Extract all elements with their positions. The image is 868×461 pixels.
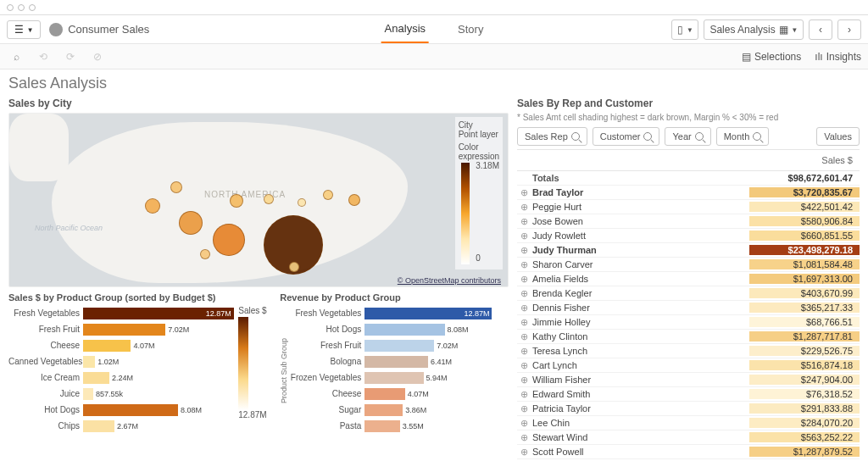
chart-sales-by-product-group[interactable]: Sales $ by Product Group (sorted by Budg…: [8, 292, 271, 435]
table-row[interactable]: ⊕Stewart Wind$563,252.22: [517, 430, 860, 445]
chart1-legend: Sales $ 12.87M: [236, 306, 271, 435]
table-row[interactable]: ⊕William Fisher$247,904.00: [517, 373, 860, 387]
chevron-down-icon: ▾: [792, 24, 798, 36]
bar-row[interactable]: Hot Dogs8.08M: [290, 322, 493, 336]
step-back-icon[interactable]: ⟲: [34, 47, 53, 66]
prev-sheet-button[interactable]: ‹: [809, 19, 832, 40]
bar-row[interactable]: Fresh Vegetables12.87M: [290, 306, 493, 320]
bar-row[interactable]: Cheese4.07M: [8, 338, 236, 353]
rep-name: Kathy Clinton: [531, 331, 749, 342]
table-row[interactable]: ⊕Sharon Carver$1,081,584.48: [517, 258, 860, 272]
sales-map[interactable]: North Pacific Ocean NORTH AMERICA City P…: [8, 113, 509, 287]
table-row[interactable]: ⊕Brad Taylor$3,720,835.67: [517, 186, 860, 200]
expand-icon[interactable]: ⊕: [517, 245, 531, 256]
table-row[interactable]: ⊕Brenda Kegler$403,670.99: [517, 286, 860, 301]
expand-icon[interactable]: ⊕: [517, 303, 531, 314]
rep-value: $76,318.52: [749, 389, 860, 399]
filter-customer[interactable]: Customer: [593, 127, 660, 146]
app-title-text: Consumer Sales: [68, 23, 149, 36]
expand-icon[interactable]: ⊕: [517, 418, 531, 429]
expand-icon[interactable]: ⊕: [517, 216, 531, 227]
table-row[interactable]: ⊕Judy Thurman$23,498,279.18: [517, 243, 860, 258]
bar-row[interactable]: Sugar3.86M: [290, 403, 493, 417]
selections-label: Selections: [754, 51, 801, 63]
expand-icon[interactable]: ⊕: [517, 288, 531, 299]
rep-value: $516,874.18: [749, 360, 860, 370]
filter-sales-rep[interactable]: Sales Rep: [517, 127, 587, 146]
bar-row[interactable]: Fresh Vegetables12.87M: [8, 306, 236, 320]
table-row[interactable]: ⊕Peggie Hurt$422,501.42: [517, 200, 860, 214]
expand-icon[interactable]: ⊕: [517, 447, 531, 458]
tab-analysis[interactable]: Analysis: [381, 15, 429, 43]
clear-selections-icon[interactable]: ⊘: [88, 47, 107, 66]
expand-icon[interactable]: ⊕: [517, 360, 531, 371]
rep-name: Peggie Hurt: [531, 202, 749, 212]
table-row[interactable]: ⊕Cart Lynch$516,874.18: [517, 358, 860, 373]
expand-icon[interactable]: ⊕: [517, 259, 531, 270]
traffic-light-close[interactable]: [7, 4, 14, 11]
filter-month[interactable]: Month: [716, 127, 770, 146]
expand-icon[interactable]: ⊕: [517, 403, 531, 414]
bar-row[interactable]: Juice857.55k: [8, 386, 236, 401]
bookmarks-button[interactable]: ▯▾: [671, 19, 698, 40]
rep-name: Teresa Lynch: [531, 346, 749, 356]
bar-row[interactable]: Bologna6.41M: [290, 354, 493, 369]
center-tabs: Analysis Story: [381, 15, 487, 44]
bar-row[interactable]: Ice Cream2.24M: [8, 370, 236, 385]
bar-row[interactable]: Chips2.67M: [8, 419, 236, 433]
table-row[interactable]: ⊕Jimmie Holley$68,766.51: [517, 315, 860, 330]
rep-table[interactable]: Sales $ Totals $98,672,601.47 ⊕Brad Tayl…: [517, 149, 860, 461]
expand-icon[interactable]: ⊕: [517, 375, 531, 386]
bar-row[interactable]: Hot Dogs8.08M: [8, 403, 236, 417]
tab-story[interactable]: Story: [454, 16, 487, 42]
traffic-light-min[interactable]: [18, 4, 25, 11]
bar-row[interactable]: Pasta3.55M: [290, 419, 493, 433]
rep-name: Cart Lynch: [531, 360, 749, 370]
filter-year[interactable]: Year: [665, 127, 710, 146]
table-row[interactable]: ⊕Dennis Fisher$365,217.33: [517, 301, 860, 315]
table-row[interactable]: ⊕Teresa Lynch$229,526.75: [517, 344, 860, 358]
insights-label: Insights: [826, 51, 861, 63]
smart-search-icon[interactable]: ⌕: [7, 47, 25, 66]
chart2-title: Revenue by Product Group: [280, 292, 509, 303]
bar-row[interactable]: Fresh Fruit7.02M: [290, 338, 493, 353]
table-row[interactable]: ⊕Jose Bowen$580,906.84: [517, 214, 860, 229]
traffic-light-max[interactable]: [29, 4, 36, 11]
rep-value: $1,697,313.00: [749, 274, 860, 284]
col-sales[interactable]: Sales $: [749, 150, 860, 170]
bar-row[interactable]: Cheese4.07M: [290, 386, 493, 401]
expand-icon[interactable]: ⊕: [517, 187, 531, 198]
expand-icon[interactable]: ⊕: [517, 432, 531, 443]
bar-row[interactable]: Canned Vegetables1.02M: [8, 354, 236, 369]
table-row[interactable]: ⊕Lee Chin$284,070.20: [517, 416, 860, 430]
expand-icon[interactable]: ⊕: [517, 274, 531, 285]
step-forward-icon[interactable]: ⟳: [61, 47, 80, 66]
table-row[interactable]: ⊕Amelia Fields$1,697,313.00: [517, 272, 860, 286]
table-row[interactable]: ⊕Judy Rowlett$660,851.55: [517, 229, 860, 243]
expand-icon[interactable]: ⊕: [517, 331, 531, 342]
insights-icon: ılı: [815, 51, 822, 63]
expand-icon[interactable]: ⊕: [517, 317, 531, 328]
table-row[interactable]: ⊕Scott Powell$1,287,879.52: [517, 445, 860, 459]
table-row[interactable]: ⊕Patricia Taylor$291,833.88: [517, 402, 860, 416]
chart1-title: Sales $ by Product Group (sorted by Budg…: [8, 292, 271, 303]
sheet-selector[interactable]: Sales Analysis ▦ ▾: [704, 19, 804, 40]
next-sheet-button[interactable]: ›: [837, 19, 861, 40]
table-row[interactable]: ⊕Edward Smith$76,318.52: [517, 387, 860, 402]
bar-row[interactable]: Fresh Fruit7.02M: [8, 322, 236, 336]
bar-row[interactable]: Frozen Vegetables5.94M: [290, 370, 493, 385]
selections-tool[interactable]: ▤Selections: [742, 51, 801, 63]
expand-icon[interactable]: ⊕: [517, 389, 531, 400]
expand-icon[interactable]: ⊕: [517, 202, 531, 213]
osm-link[interactable]: © OpenStreetMap contributors: [398, 276, 501, 285]
expand-icon[interactable]: ⊕: [517, 346, 531, 357]
nav-menu-button[interactable]: ☰ ▾: [7, 20, 41, 39]
rep-name: Dennis Fisher: [531, 303, 749, 313]
insights-tool[interactable]: ılıInsights: [815, 51, 861, 63]
chart-revenue-by-product-group[interactable]: Revenue by Product Group Product Sub Gro…: [280, 292, 509, 435]
values-button[interactable]: Values: [816, 127, 860, 146]
table-row[interactable]: ⊕Kathy Clinton$1,287,717.81: [517, 330, 860, 344]
bar-value: 5.94M: [426, 372, 448, 384]
expand-icon[interactable]: ⊕: [517, 230, 531, 242]
rep-value: $284,070.20: [749, 418, 860, 428]
